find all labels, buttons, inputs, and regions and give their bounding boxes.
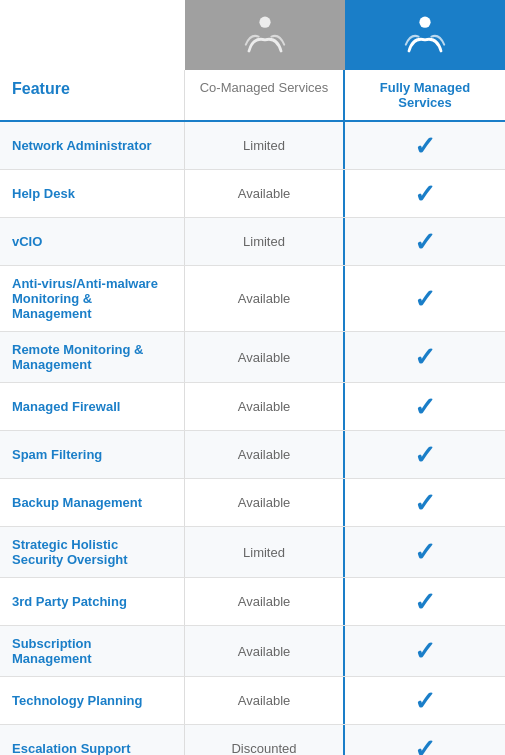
table-row: Spam FilteringAvailable✓ [0,431,505,479]
co-managed-cell: Limited [185,527,345,577]
comparison-table: Feature Co-Managed Services Fully Manage… [0,0,505,755]
table-row: Help DeskAvailable✓ [0,170,505,218]
feature-cell: Remote Monitoring & Management [0,332,185,382]
header-fully-icon [345,0,505,70]
co-managed-cell: Available [185,431,345,478]
header-feature-blank [0,0,185,70]
co-managed-logo [241,11,289,59]
co-managed-cell: Available [185,170,345,217]
fully-managed-cell: ✓ [345,266,505,331]
check-icon: ✓ [414,589,436,615]
table-row: Managed FirewallAvailable✓ [0,383,505,431]
table-row: Escalation SupportDiscounted✓ [0,725,505,755]
fully-managed-cell: ✓ [345,677,505,724]
feature-cell: Backup Management [0,479,185,526]
feature-cell: 3rd Party Patching [0,578,185,625]
co-managed-column-label: Co-Managed Services [185,70,345,120]
data-rows-container: Network AdministratorLimited✓Help DeskAv… [0,122,505,755]
table-row: 3rd Party PatchingAvailable✓ [0,578,505,626]
fully-managed-cell: ✓ [345,626,505,676]
feature-cell: Spam Filtering [0,431,185,478]
table-row: Network AdministratorLimited✓ [0,122,505,170]
table-row: Subscription ManagementAvailable✓ [0,626,505,677]
check-icon: ✓ [414,736,436,756]
feature-cell: Escalation Support [0,725,185,755]
fully-managed-logo [401,11,449,59]
table-row: vCIOLimited✓ [0,218,505,266]
feature-cell: vCIO [0,218,185,265]
co-managed-cell: Limited [185,218,345,265]
co-managed-cell: Available [185,677,345,724]
header-co-icon [185,0,345,70]
check-icon: ✓ [414,229,436,255]
fully-managed-cell: ✓ [345,578,505,625]
feature-cell: Anti-virus/Anti-malware Monitoring & Man… [0,266,185,331]
check-icon: ✓ [414,539,436,565]
co-managed-cell: Limited [185,122,345,169]
co-managed-cell: Available [185,479,345,526]
fully-managed-cell: ✓ [345,170,505,217]
check-icon: ✓ [414,394,436,420]
co-managed-cell: Available [185,383,345,430]
co-managed-cell: Available [185,266,345,331]
check-icon: ✓ [414,286,436,312]
svg-point-0 [259,17,270,28]
table-row: Anti-virus/Anti-malware Monitoring & Man… [0,266,505,332]
fully-managed-cell: ✓ [345,383,505,430]
table-row: Remote Monitoring & ManagementAvailable✓ [0,332,505,383]
fully-managed-cell: ✓ [345,218,505,265]
co-managed-cell: Available [185,578,345,625]
table-row: Technology PlanningAvailable✓ [0,677,505,725]
feature-cell: Managed Firewall [0,383,185,430]
table-row: Strategic Holistic Security OversightLim… [0,527,505,578]
fully-managed-cell: ✓ [345,122,505,169]
feature-cell: Network Administrator [0,122,185,169]
check-icon: ✓ [414,490,436,516]
check-icon: ✓ [414,688,436,714]
feature-column-label: Feature [0,70,185,120]
feature-cell: Technology Planning [0,677,185,724]
feature-cell: Subscription Management [0,626,185,676]
check-icon: ✓ [414,442,436,468]
fully-managed-cell: ✓ [345,332,505,382]
fully-managed-cell: ✓ [345,725,505,755]
feature-cell: Help Desk [0,170,185,217]
check-icon: ✓ [414,638,436,664]
fully-managed-column-label: Fully Managed Services [345,70,505,120]
fully-managed-cell: ✓ [345,431,505,478]
check-icon: ✓ [414,344,436,370]
table-row: Backup ManagementAvailable✓ [0,479,505,527]
svg-point-1 [419,17,430,28]
check-icon: ✓ [414,133,436,159]
feature-cell: Strategic Holistic Security Oversight [0,527,185,577]
fully-managed-cell: ✓ [345,479,505,526]
co-managed-cell: Available [185,626,345,676]
co-managed-cell: Available [185,332,345,382]
co-managed-cell: Discounted [185,725,345,755]
header-icons-row [0,0,505,70]
fully-managed-cell: ✓ [345,527,505,577]
column-labels-row: Feature Co-Managed Services Fully Manage… [0,70,505,122]
check-icon: ✓ [414,181,436,207]
